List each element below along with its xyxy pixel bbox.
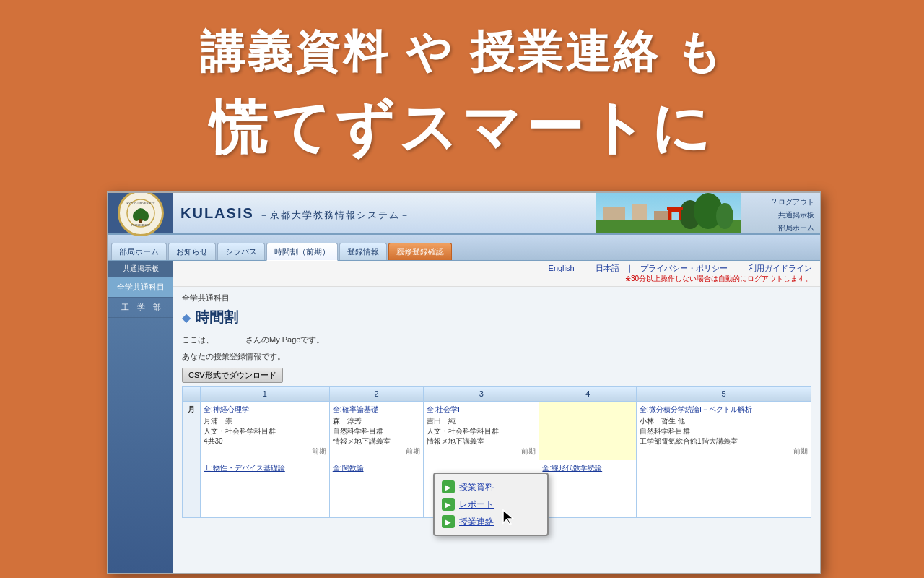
- course-link-kakuritsu[interactable]: 全:確率論基礎: [333, 405, 421, 415]
- hero-section: 講義資料 や 授業連絡 も 慌てずスマートに: [0, 0, 924, 168]
- timetable-col-1: 1: [201, 387, 330, 402]
- popup-link-report[interactable]: レポート: [459, 499, 494, 511]
- timetable-cell-mon-2: 全:確率論基礎 森 淳秀自然科学科目群情報メ地下講義室 前期: [329, 402, 424, 460]
- popup-item-report[interactable]: ▶ レポート: [442, 496, 540, 513]
- greeting-text: ここは、 さんのMy Pageです。: [173, 332, 820, 348]
- svg-point-4: [141, 211, 149, 221]
- timetable-col-5: 5: [637, 387, 811, 402]
- svg-rect-9: [603, 207, 625, 220]
- course-link-shinkei[interactable]: 全:神経心理学Ⅰ: [204, 405, 326, 415]
- popup-link-renraku[interactable]: 授業連絡: [459, 516, 494, 528]
- svg-text:KYOTO UNIVERSITY: KYOTO UNIVERSITY: [126, 202, 154, 205]
- header-buttons: ? ログアウト 共通掲示板 部局ホーム: [741, 193, 820, 233]
- course-link-kansu[interactable]: 全:関数論: [333, 463, 421, 473]
- svg-point-14: [716, 203, 733, 229]
- browser-window: KYOTO UNIVERSITY FOUNDED 1897 KULASIS －京…: [107, 191, 821, 574]
- popup-item-renraku[interactable]: ▶ 授業連絡: [442, 513, 540, 530]
- day-label-mon: 月: [183, 402, 201, 460]
- svg-rect-17: [667, 207, 683, 210]
- content-area: 共通掲示板 全学共通科目 工 学 部 English ｜ 日本語 ｜ プライバシ…: [108, 261, 820, 573]
- timetable-cell-2-5: [637, 460, 811, 518]
- course-info-bibun: 小林 哲生 他自然科学科目群工学部電気総合館1階大講義室: [640, 416, 808, 447]
- course-link-bussei[interactable]: 工:物性・デバイス基礎論: [204, 463, 326, 473]
- csv-bar: CSV形式でダウンロード: [173, 365, 820, 386]
- day-label-empty: [183, 460, 201, 518]
- tab-enrollment-confirm[interactable]: 履修登録確認: [388, 243, 452, 260]
- tab-timetable[interactable]: 時間割（前期）: [266, 243, 338, 261]
- logout-warning: ※30分以上操作しない場合は自動的にログアウトします。: [625, 275, 812, 282]
- svg-point-3: [133, 211, 140, 221]
- header-photo: [596, 193, 741, 233]
- bulletin-button[interactable]: 共通掲示板: [744, 209, 817, 222]
- popup-link-shiryo[interactable]: 授業資料: [459, 481, 494, 493]
- svg-rect-10: [632, 204, 647, 220]
- main-content: English ｜ 日本語 ｜ プライバシー・ポリシー ｜ 利用ガイドライン ※…: [173, 261, 820, 573]
- page-title-bar: ◆ 時間割: [173, 306, 820, 332]
- course-info-shinkei: 月浦 崇人文・社会科学科目群4共30: [204, 416, 326, 447]
- svg-rect-5: [139, 219, 142, 223]
- privacy-link[interactable]: プライバシー・ポリシー: [640, 264, 728, 272]
- logout-button[interactable]: ? ログアウト: [744, 196, 817, 209]
- timetable-container: 1 2 3 4 5 月 全:神経心理学Ⅰ: [173, 386, 820, 518]
- period-bibun: 前期: [640, 447, 808, 457]
- timetable-col-4: 4: [539, 387, 637, 402]
- sidebar-item-kogakubu[interactable]: 工 学 部: [108, 298, 173, 318]
- kulasis-title: KULASIS －京都大学教務情報システム－: [180, 205, 596, 222]
- course-info-shakai: 吉田 純人文・社会科学科目群情報メ地下講義室: [427, 416, 536, 447]
- tab-news[interactable]: お知らせ: [168, 243, 216, 260]
- period-shakai: 前期: [427, 447, 536, 457]
- timetable-cell-mon-1: 全:神経心理学Ⅰ 月浦 崇人文・社会科学科目群4共30 前期: [201, 402, 330, 460]
- english-link[interactable]: English: [549, 264, 575, 272]
- hero-line2: 慌てずスマートに: [0, 90, 924, 168]
- kyoto-university-logo: KYOTO UNIVERSITY FOUNDED 1897: [118, 191, 164, 236]
- kulasis-header: KYOTO UNIVERSITY FOUNDED 1897 KULASIS －京…: [108, 193, 820, 235]
- csv-download-button[interactable]: CSV形式でダウンロード: [182, 368, 283, 383]
- sidebar: 共通掲示板 全学共通科目 工 学 部: [108, 261, 173, 573]
- timetable-cell-2-4: 全:線形代数学続論: [539, 460, 637, 518]
- sidebar-item-zengaku[interactable]: 全学共通科目: [108, 277, 173, 298]
- timetable-cell-mon-5: 全:微分積分学続論Ⅰ－ベクトル解析 小林 哲生 他自然科学科目群工学部電気総合館…: [637, 402, 811, 460]
- page-section-label: 全学共通科目: [173, 287, 820, 306]
- timetable-col-3: 3: [424, 387, 539, 402]
- period-shinkei: 前期: [204, 447, 326, 457]
- table-row: 月 全:神経心理学Ⅰ 月浦 崇人文・社会科学科目群4共30 前期 全:確率論基礎: [183, 402, 811, 460]
- header-title-area: KULASIS －京都大学教務情報システム－: [173, 193, 596, 233]
- course-link-shakai[interactable]: 全:社会学Ⅰ: [427, 405, 536, 415]
- hero-line1: 講義資料 や 授業連絡 も: [0, 22, 924, 82]
- course-link-bibun[interactable]: 全:微分積分学続論Ⅰ－ベクトル解析: [640, 405, 808, 415]
- desc-text: あなたの授業登録情報です。: [173, 348, 820, 365]
- timetable-cell-mon-3: 全:社会学Ⅰ 吉田 純人文・社会科学科目群情報メ地下講義室 前期: [424, 402, 539, 460]
- svg-text:FOUNDED 1897: FOUNDED 1897: [131, 224, 150, 227]
- timetable-cell-2-2: 全:関数論: [329, 460, 424, 518]
- play-icon-shiryo: ▶: [442, 480, 455, 493]
- tab-dept-home[interactable]: 部局ホーム: [111, 243, 167, 260]
- navigation-bar: 部局ホーム お知らせ シラバス 時間割（前期） 登録情報 履修登録確認: [108, 235, 820, 261]
- timetable-day-header: [183, 387, 201, 402]
- guide-link[interactable]: 利用ガイドライン: [749, 264, 812, 272]
- svg-rect-18: [668, 210, 681, 212]
- popup-item-jugyou-shiryo[interactable]: ▶ 授業資料: [442, 478, 540, 496]
- course-link-senkei[interactable]: 全:線形代数学続論: [542, 463, 633, 473]
- dept-home-button[interactable]: 部局ホーム: [744, 222, 817, 235]
- course-info-kakuritsu: 森 淳秀自然科学科目群情報メ地下講義室: [333, 416, 421, 447]
- diamond-icon: ◆: [182, 311, 191, 324]
- logo-area: KYOTO UNIVERSITY FOUNDED 1897: [108, 193, 173, 233]
- links-bar: English ｜ 日本語 ｜ プライバシー・ポリシー ｜ 利用ガイドライン ※…: [173, 261, 820, 287]
- sidebar-header: 共通掲示板: [108, 261, 173, 277]
- timetable-cell-mon-4: [539, 402, 637, 460]
- japanese-link[interactable]: 日本語: [596, 264, 619, 272]
- play-icon-report: ▶: [442, 498, 455, 511]
- timetable-col-2: 2: [329, 387, 424, 402]
- period-kakuritsu: 前期: [333, 447, 421, 457]
- play-icon-renraku: ▶: [442, 515, 455, 528]
- timetable-cell-2-1: 工:物性・デバイス基礎論: [201, 460, 330, 518]
- popup-tooltip: ▶ 授業資料 ▶ レポート ▶ 授業連絡: [433, 473, 549, 536]
- tab-syllabus[interactable]: シラバス: [217, 243, 265, 260]
- page-title: 時間割: [195, 308, 238, 327]
- tab-registration[interactable]: 登録情報: [339, 243, 387, 260]
